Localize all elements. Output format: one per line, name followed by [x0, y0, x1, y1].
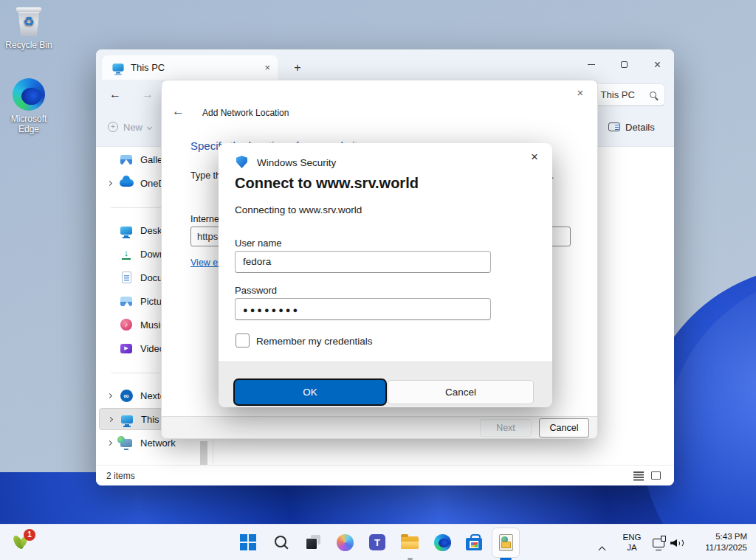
window-controls: × [574, 49, 674, 80]
network-wizard-icon [499, 534, 513, 551]
network-tray-icon[interactable] [653, 539, 664, 547]
downloads-icon: ↓ [121, 248, 131, 260]
nextcloud-icon: ∞ [120, 390, 133, 402]
edge-icon [434, 534, 451, 551]
back-button[interactable]: ← [102, 80, 128, 109]
username-label: User name [235, 238, 282, 249]
new-tab-button[interactable]: + [289, 60, 306, 76]
wizard-footer [162, 416, 597, 439]
task-view-button[interactable] [304, 533, 322, 551]
windows-logo-icon [240, 534, 256, 550]
active-wizard-taskbar-button[interactable] [492, 528, 520, 558]
store-button[interactable] [465, 533, 483, 551]
taskbar: 1 T ENG JA [0, 524, 756, 560]
edge-label: Microsoft Edge [5, 114, 52, 134]
search-icon [274, 535, 289, 550]
tab-this-pc[interactable]: This PC × [102, 55, 278, 80]
close-icon: × [654, 59, 661, 71]
security-title: Connect to www.srv.world [235, 175, 419, 192]
language-line-2: JA [620, 542, 644, 553]
edge-button[interactable] [433, 533, 451, 551]
security-app-name: Windows Security [257, 157, 336, 168]
music-icon: ♪ [120, 319, 132, 331]
network-icon [120, 439, 132, 447]
widgets-button[interactable]: 1 [10, 530, 40, 556]
forward-button[interactable]: → [134, 80, 161, 109]
clock[interactable]: 5:43 PM 11/13/2025 [705, 531, 747, 553]
monitor-icon [112, 63, 123, 71]
large-icons-view-icon[interactable] [651, 471, 661, 480]
desktop-icon-recycle-bin[interactable]: ♻ Recycle Bin [3, 7, 55, 50]
details-label: Details [625, 122, 655, 133]
copilot-icon [337, 534, 354, 551]
date: 11/13/2025 [705, 542, 747, 553]
chevron-right-icon[interactable] [107, 416, 112, 421]
chevron-right-icon[interactable] [106, 393, 111, 398]
minimize-button[interactable] [574, 49, 608, 80]
recycle-bin-icon: ♻ [16, 7, 41, 37]
password-field[interactable]: ●●●●●●●● [235, 298, 491, 320]
desktop: ♻ Recycle Bin Microsoft Edge This PC × +… [0, 0, 756, 560]
details-pane-icon [608, 122, 620, 131]
tray-overflow-button[interactable] [599, 542, 605, 556]
status-bar: 2 items [96, 465, 674, 485]
wizard-cancel-button[interactable]: Cancel [539, 418, 589, 438]
maximize-icon [621, 61, 628, 68]
item-count: 2 items [106, 471, 135, 481]
desktop-icon [120, 227, 132, 235]
edge-icon [13, 78, 45, 111]
teams-button[interactable]: T [368, 533, 386, 551]
plus-circle-icon: + [108, 122, 118, 132]
tab-close-icon[interactable]: × [264, 63, 270, 72]
sidebar-scrollbar[interactable] [200, 441, 207, 467]
shield-icon [236, 156, 247, 168]
security-close-icon[interactable]: × [526, 148, 543, 166]
tab-title: This PC [131, 62, 258, 73]
chevron-right-icon[interactable] [106, 180, 111, 185]
this-pc-icon [121, 415, 133, 424]
wizard-back-button[interactable]: ← [172, 104, 185, 119]
minimize-icon [588, 64, 595, 65]
list-view-icon[interactable] [633, 471, 644, 472]
videos-icon: ▶ [120, 344, 132, 353]
new-button[interactable]: + New [108, 116, 151, 138]
gallery-icon [120, 155, 132, 165]
remember-credentials-label: Remember my credentials [256, 336, 373, 347]
wizard-title: Add Network Location [202, 108, 289, 118]
language-line-1: ENG [620, 532, 644, 542]
start-button[interactable] [239, 533, 257, 551]
security-cancel-button[interactable]: Cancel [388, 380, 534, 404]
next-button[interactable]: Next [480, 419, 532, 437]
task-view-icon [305, 534, 321, 550]
ok-button[interactable]: OK [235, 380, 385, 404]
remember-credentials-checkbox[interactable] [236, 333, 250, 348]
close-button[interactable]: × [641, 49, 674, 80]
password-label: Password [235, 285, 277, 296]
recycle-bin-label: Recycle Bin [3, 40, 55, 50]
copilot-button[interactable] [336, 533, 354, 551]
time: 5:43 PM [705, 531, 747, 542]
taskbar-search-button[interactable] [272, 533, 290, 551]
volume-tray-icon[interactable] [670, 538, 685, 548]
onedrive-icon [120, 179, 134, 187]
recycle-symbol-icon: ♻ [16, 15, 41, 28]
microsoft-store-icon [466, 534, 482, 550]
username-field[interactable]: fedora [235, 251, 491, 273]
chevron-up-icon [599, 547, 606, 554]
language-indicator[interactable]: ENG JA [620, 532, 644, 553]
windows-security-dialog: Windows Security × Connect to www.srv.wo… [219, 143, 552, 407]
search-icon [650, 91, 656, 98]
new-label: New [123, 122, 142, 133]
file-explorer-button[interactable] [401, 533, 419, 551]
details-button[interactable]: Details [608, 117, 655, 136]
desktop-icon-microsoft-edge[interactable]: Microsoft Edge [3, 78, 55, 134]
security-subtitle: Connecting to www.srv.world [235, 204, 362, 215]
chevron-down-icon [147, 124, 152, 129]
folder-icon [401, 536, 419, 549]
chevron-right-icon[interactable] [106, 440, 111, 445]
maximize-button[interactable] [608, 49, 641, 80]
pictures-icon [120, 297, 132, 306]
wizard-close-icon[interactable]: × [572, 85, 588, 101]
teams-icon: T [369, 534, 385, 550]
documents-icon [122, 272, 131, 283]
